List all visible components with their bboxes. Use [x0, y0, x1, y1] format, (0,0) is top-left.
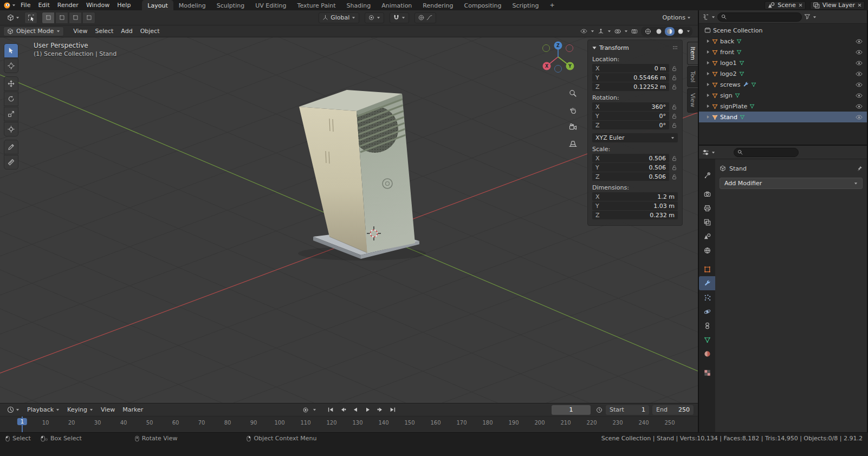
hide-in-viewport-icon[interactable] — [856, 61, 863, 66]
lock-icon[interactable] — [671, 66, 678, 71]
chevron-down-icon[interactable] — [686, 29, 690, 33]
outliner-item-back[interactable]: back — [699, 36, 867, 47]
timeline-menu-view[interactable]: View — [97, 406, 119, 414]
hide-in-viewport-icon[interactable] — [856, 104, 863, 109]
lock-icon[interactable] — [671, 75, 678, 81]
workspace-tab-rendering[interactable]: Rendering — [417, 0, 458, 10]
workspace-tab-shading[interactable]: Shading — [341, 0, 377, 10]
properties-tab-scene[interactable] — [699, 229, 715, 243]
workspace-tab-animation[interactable]: Animation — [376, 0, 417, 10]
chevron-down-icon[interactable] — [591, 29, 594, 33]
lock-icon[interactable] — [671, 165, 678, 171]
properties-search[interactable] — [734, 148, 799, 157]
jump-to-end-button[interactable] — [387, 405, 398, 415]
playhead-frame-badge[interactable]: 1 — [17, 418, 27, 425]
expand-icon[interactable] — [707, 71, 710, 76]
gizmo-x-label[interactable]: X — [545, 64, 549, 69]
rotation-y-field[interactable]: Y0° — [592, 112, 678, 120]
toggle-perspective-button[interactable] — [567, 138, 579, 149]
lock-icon[interactable] — [671, 104, 678, 110]
lock-icon[interactable] — [671, 174, 678, 180]
rotation-x-field[interactable]: X360° — [592, 102, 678, 111]
workspace-tab-sculpting[interactable]: Sculpting — [211, 0, 250, 10]
camera-view-button[interactable] — [567, 121, 579, 133]
outliner-item-sign[interactable]: sign — [699, 90, 867, 101]
properties-tab-texture[interactable] — [699, 366, 715, 380]
active-tool-button[interactable] — [24, 12, 37, 24]
workspace-tab-scripting[interactable]: Scripting — [507, 0, 544, 10]
chevron-down-icon[interactable] — [607, 29, 611, 33]
chevron-down-icon[interactable] — [624, 29, 628, 33]
play-button[interactable] — [362, 405, 373, 415]
tool-rotate[interactable] — [4, 92, 18, 106]
filter-icon[interactable] — [804, 14, 811, 20]
location-z-field[interactable]: Z0.12252 m — [592, 82, 678, 91]
pan-button[interactable] — [567, 104, 579, 116]
snapping-controls[interactable] — [390, 12, 409, 23]
lock-icon[interactable] — [671, 84, 678, 90]
properties-tab-material[interactable] — [699, 347, 715, 361]
menu-render[interactable]: Render — [54, 1, 82, 9]
show-overlays-icon[interactable] — [614, 28, 621, 35]
add-workspace-button[interactable]: + — [545, 2, 559, 9]
workspace-tab-texture-paint[interactable]: Texture Paint — [292, 0, 341, 10]
expand-icon[interactable] — [707, 82, 710, 87]
scene-selector[interactable]: Scene — [765, 1, 806, 10]
workspace-tab-layout[interactable]: Layout — [142, 0, 173, 10]
workspace-tab-compositing[interactable]: Compositing — [459, 0, 507, 10]
tool-cursor[interactable] — [4, 58, 18, 73]
navigation-gizmo[interactable]: X Y Z — [534, 38, 582, 87]
outliner-search-input[interactable] — [729, 14, 798, 21]
tool-transform[interactable] — [4, 122, 18, 136]
timeline-menu-playback[interactable]: Playback — [23, 406, 63, 414]
properties-search-input[interactable] — [746, 149, 795, 156]
timeline-editor-selector[interactable] — [4, 404, 22, 416]
workspace-tab-uv-editing[interactable]: UV Editing — [250, 0, 292, 10]
chevron-down-icon[interactable] — [711, 151, 715, 154]
transform-orientation-dropdown[interactable]: Global — [319, 12, 359, 23]
select-mode-intersect[interactable] — [82, 12, 95, 24]
hide-in-viewport-icon[interactable] — [856, 50, 863, 55]
gizmo-y-label[interactable]: Y — [568, 64, 572, 69]
shading-material-button[interactable] — [665, 27, 675, 36]
properties-tab-object-data[interactable] — [699, 333, 715, 347]
frame-start-field[interactable]: Start 1 — [606, 405, 649, 415]
chevron-down-icon[interactable] — [711, 15, 715, 19]
gizmo-z-label[interactable]: Z — [556, 43, 560, 48]
select-mode-subtract[interactable] — [69, 12, 82, 24]
menu-edit[interactable]: Edit — [34, 1, 53, 9]
properties-tab-output[interactable] — [699, 201, 715, 215]
object-visibility-icon[interactable] — [580, 29, 587, 34]
shading-solid-button[interactable] — [654, 27, 664, 36]
lock-icon[interactable] — [671, 155, 678, 161]
lock-icon[interactable] — [671, 113, 678, 119]
timeline-menu-keying[interactable]: Keying — [63, 406, 97, 414]
pin-icon[interactable] — [857, 166, 863, 172]
hide-in-viewport-icon[interactable] — [856, 71, 863, 76]
current-frame-field[interactable]: 1 — [552, 405, 591, 415]
expand-icon[interactable] — [707, 115, 710, 119]
outliner-item-signPlate[interactable]: signPlate — [699, 101, 867, 112]
auto-keying-button[interactable] — [300, 405, 311, 415]
editor-type-selector[interactable] — [4, 12, 22, 24]
hide-in-viewport-icon[interactable] — [856, 82, 863, 87]
viewport-menu-object[interactable]: Object — [137, 27, 164, 35]
show-gizmo-icon[interactable] — [598, 28, 604, 35]
shading-rendered-button[interactable] — [676, 27, 685, 36]
properties-tab-particles[interactable] — [699, 290, 715, 304]
sidebar-tab-tool[interactable]: Tool — [687, 66, 698, 87]
hide-in-viewport-icon[interactable] — [856, 115, 863, 120]
timeline-menu-marker[interactable]: Marker — [119, 406, 147, 414]
drag-handle-icon[interactable] — [672, 45, 678, 50]
mode-selector[interactable]: Object Mode — [3, 27, 64, 36]
outliner-editor-icon[interactable] — [702, 14, 709, 21]
pivot-point-dropdown[interactable] — [365, 12, 384, 23]
sidebar-tab-view[interactable]: View — [687, 88, 698, 112]
hide-in-viewport-icon[interactable] — [856, 39, 863, 44]
dimensions-z-field[interactable]: Z0.232 m — [592, 211, 678, 219]
rotation-z-field[interactable]: Z0° — [592, 121, 678, 129]
3d-viewport[interactable]: User Perspective (1) Scene Collection | … — [0, 37, 698, 403]
properties-tab-render[interactable] — [699, 187, 715, 201]
unlink-view-layer-icon[interactable] — [858, 3, 861, 7]
sidebar-tab-item[interactable]: Item — [687, 42, 698, 65]
